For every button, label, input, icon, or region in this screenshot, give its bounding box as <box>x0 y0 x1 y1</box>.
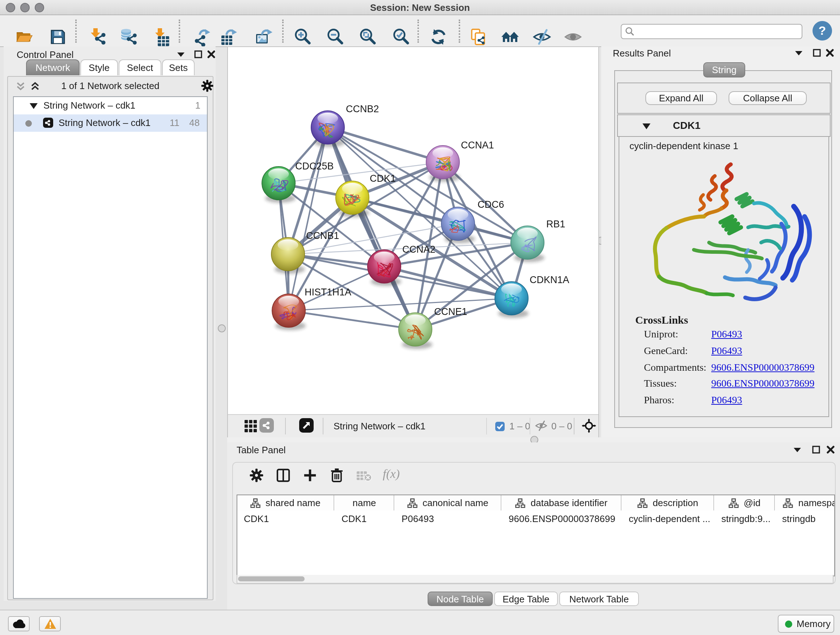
show-columns-icon[interactable] <box>276 469 290 485</box>
help-button[interactable]: ? <box>813 21 832 41</box>
selected-checkbox-icon[interactable] <box>495 421 505 434</box>
memory-button[interactable]: Memory <box>778 615 834 633</box>
table-tabs: Node Table Edge Table Network Table <box>227 592 840 606</box>
column-header-@id[interactable]: @id <box>715 495 775 510</box>
cloud-button[interactable] <box>8 616 30 631</box>
tab-select[interactable]: Select <box>118 59 161 75</box>
tab-node-table[interactable]: Node Table <box>428 592 493 606</box>
fit-content-crosshair-icon[interactable] <box>582 418 596 435</box>
tab-network-table[interactable]: Network Table <box>559 592 639 606</box>
protein-expand-icon[interactable] <box>642 122 651 130</box>
tab-sets[interactable]: Sets <box>162 59 195 75</box>
table-horizontal-scrollbar[interactable] <box>237 575 834 584</box>
results-panel-float-icon[interactable] <box>812 48 823 59</box>
zoom-fit-icon[interactable] <box>359 27 378 46</box>
column-header-canonical-name[interactable]: canonical name <box>395 495 501 510</box>
network-node-CDK1[interactable] <box>336 181 369 217</box>
titlebar: Session: New Session <box>0 0 840 15</box>
export-network-icon[interactable] <box>193 27 211 46</box>
network-selection-count: 1 of 1 Network selected <box>8 80 213 91</box>
column-header-database-identifier[interactable]: database identifier <box>502 495 622 510</box>
column-header-name[interactable]: name <box>335 495 394 510</box>
table-cell[interactable]: stringdb <box>775 511 835 526</box>
tab-string[interactable]: String <box>703 62 745 78</box>
hide-graphics-details-icon[interactable] <box>532 27 551 46</box>
import-network-database-icon[interactable] <box>119 27 138 46</box>
network-node-CCNB2[interactable] <box>311 111 345 147</box>
crosslink-value[interactable]: 9606.ENSP00000378699 <box>711 362 814 373</box>
collection-expand-icon[interactable] <box>29 102 38 110</box>
tab-network[interactable]: Network <box>26 59 80 75</box>
network-node-count: 11 <box>170 114 180 132</box>
tab-style[interactable]: Style <box>80 59 118 75</box>
zoom-out-icon[interactable] <box>326 27 345 46</box>
function-builder-icon: f(x) <box>383 467 400 481</box>
column-header-shared-name[interactable]: shared name <box>237 495 334 510</box>
window-title: Session: New Session <box>0 2 840 13</box>
network-view-toolbar: String Network – cdk1 1 – 0 0 – 0 <box>228 414 598 437</box>
table-settings-gear-icon[interactable] <box>249 469 264 485</box>
delete-column-trash-icon[interactable] <box>330 468 344 485</box>
network-node-HIST1H1A[interactable] <box>272 294 306 330</box>
horizontal-splitter[interactable] <box>227 437 840 442</box>
network-node-RB1[interactable] <box>511 226 545 262</box>
network-node-CCNA1[interactable] <box>426 146 460 182</box>
table-panel-float-icon[interactable] <box>811 445 823 456</box>
table-cell[interactable]: cyclin-dependent ... <box>622 511 714 526</box>
search-input[interactable] <box>621 24 802 39</box>
save-session-icon[interactable] <box>49 27 67 46</box>
table-cell[interactable]: P06493 <box>395 511 501 526</box>
export-image-icon[interactable] <box>255 27 273 46</box>
crosslink-value[interactable]: P06493 <box>711 394 742 406</box>
tab-edge-table[interactable]: Edge Table <box>494 592 558 606</box>
column-header-namespace[interactable]: namespace <box>775 495 835 510</box>
protein-structure-image <box>639 157 813 310</box>
protein-section-header[interactable]: CDK1 <box>617 114 831 137</box>
birdseye-grid-icon[interactable] <box>244 418 258 435</box>
protein-details: cyclin-dependent kinase 1 <box>619 136 829 417</box>
open-session-icon[interactable] <box>14 27 33 46</box>
crosslink-value[interactable]: P06493 <box>711 345 742 357</box>
network-collection-row[interactable]: String Network – cdk1 1 <box>14 97 207 114</box>
results-panel-menu-icon[interactable] <box>794 48 805 59</box>
table-cell[interactable]: stringdb:9... <box>715 511 775 526</box>
zoom-in-icon[interactable] <box>294 27 313 46</box>
network-node-CDKN1A[interactable] <box>495 282 529 318</box>
table-panel-close-icon[interactable] <box>826 445 837 456</box>
import-network-file-icon[interactable] <box>88 27 107 46</box>
zoom-selected-icon[interactable] <box>392 27 411 46</box>
import-table-file-icon[interactable] <box>151 27 170 46</box>
expand-all-button[interactable]: Expand All <box>645 91 717 105</box>
network-share-icon[interactable] <box>259 418 274 435</box>
network-node-CCNE1[interactable] <box>399 313 432 349</box>
network-canvas[interactable]: CCNB2CCNA1CDC25BCDK1CDC6RB1CCNB1CCNA2CDK… <box>228 47 598 414</box>
show-graphics-details-icon[interactable] <box>564 27 583 46</box>
refresh-icon[interactable] <box>429 27 448 46</box>
column-header-description[interactable]: description <box>622 495 714 510</box>
table-cell[interactable]: CDK1 <box>335 511 394 526</box>
export-table-icon[interactable] <box>219 27 238 46</box>
table-panel-menu-icon[interactable] <box>792 445 804 456</box>
collapse-all-button[interactable]: Collapse All <box>729 91 807 105</box>
scrollbar-thumb[interactable] <box>238 576 305 581</box>
open-in-window-icon[interactable] <box>299 418 314 435</box>
string-home-icon[interactable] <box>501 27 519 46</box>
network-node-CDC6[interactable] <box>441 207 475 243</box>
network-node-CCNB1[interactable] <box>271 238 305 274</box>
table-cell[interactable]: 9606.ENSP00000378699 <box>502 511 622 526</box>
left-splitter-handle[interactable] <box>218 325 226 333</box>
crosslink-row: Uniprot:P06493 <box>619 329 829 343</box>
hidden-eye-slash-icon[interactable] <box>535 420 548 434</box>
network-row-selected[interactable]: String Network – cdk1 11 48 <box>14 114 207 132</box>
clone-network-icon[interactable] <box>469 27 488 46</box>
warnings-button[interactable] <box>39 616 61 631</box>
column-header-label: name <box>352 497 376 508</box>
network-node-CDC25B[interactable] <box>262 166 295 203</box>
table-cell[interactable]: CDK1 <box>237 511 334 526</box>
network-node-CCNA2[interactable] <box>368 250 401 286</box>
crosslink-value[interactable]: 9606.ENSP00000378699 <box>711 378 814 390</box>
crosslink-value[interactable]: P06493 <box>711 329 742 340</box>
network-options-gear-icon[interactable] <box>201 80 213 91</box>
results-panel-close-icon[interactable] <box>825 48 836 59</box>
add-column-icon[interactable] <box>303 469 317 485</box>
